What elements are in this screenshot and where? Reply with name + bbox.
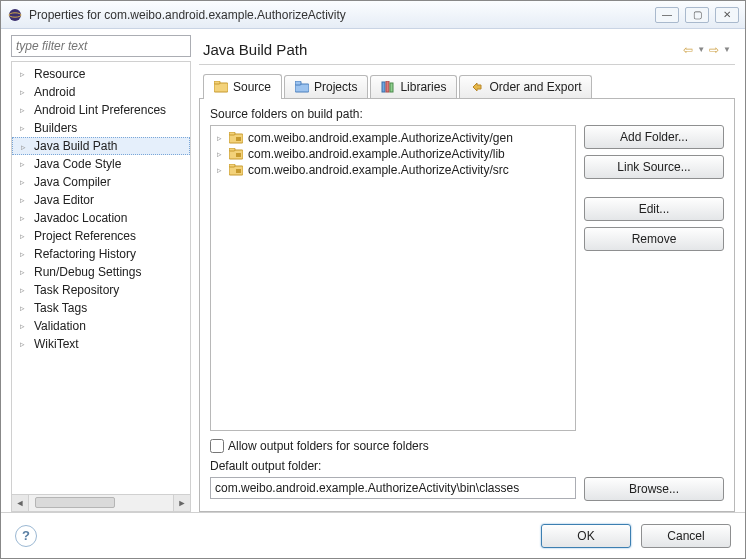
tab-label: Order and Export xyxy=(489,80,581,94)
ok-button[interactable]: OK xyxy=(541,524,631,548)
properties-dialog: Properties for com.weibo.android.example… xyxy=(0,0,746,559)
scroll-track[interactable] xyxy=(29,495,173,511)
default-output-input[interactable] xyxy=(210,477,576,499)
svg-rect-10 xyxy=(229,132,235,135)
link-source-button[interactable]: Link Source... xyxy=(584,155,724,179)
help-icon[interactable]: ? xyxy=(15,525,37,547)
tree-item[interactable]: Android Lint Preferences xyxy=(12,101,190,119)
default-output-label: Default output folder: xyxy=(210,459,724,473)
filter-input[interactable] xyxy=(11,35,191,57)
tree-item[interactable]: Run/Debug Settings xyxy=(12,263,190,281)
tree-item[interactable]: Builders xyxy=(12,119,190,137)
svg-rect-16 xyxy=(229,164,235,167)
maximize-button[interactable]: ▢ xyxy=(685,7,709,23)
close-button[interactable]: ✕ xyxy=(715,7,739,23)
tab-label: Source xyxy=(233,80,271,94)
tree-item[interactable]: Task Tags xyxy=(12,299,190,317)
tab[interactable]: Projects xyxy=(284,75,368,98)
tree-item[interactable]: Task Repository xyxy=(12,281,190,299)
tab-label: Projects xyxy=(314,80,357,94)
nav-back-icon[interactable]: ⇦ xyxy=(681,43,695,57)
source-folder-item[interactable]: com.weibo.android.example.AuthorizeActiv… xyxy=(217,162,569,178)
scroll-left-arrow[interactable]: ◄ xyxy=(12,495,29,511)
tree-item[interactable]: WikiText xyxy=(12,335,190,353)
svg-rect-8 xyxy=(390,83,393,92)
cancel-button[interactable]: Cancel xyxy=(641,524,731,548)
source-folder-label: com.weibo.android.example.AuthorizeActiv… xyxy=(248,131,513,145)
tab[interactable]: Order and Export xyxy=(459,75,592,98)
left-pane: ResourceAndroidAndroid Lint PreferencesB… xyxy=(11,35,191,512)
titlebar: Properties for com.weibo.android.example… xyxy=(1,1,745,29)
category-tree[interactable]: ResourceAndroidAndroid Lint PreferencesB… xyxy=(11,61,191,495)
browse-button[interactable]: Browse... xyxy=(584,477,724,501)
svg-rect-3 xyxy=(214,81,220,84)
source-tab-panel: Source folders on build path: com.weibo.… xyxy=(199,99,735,512)
tree-item[interactable]: Java Code Style xyxy=(12,155,190,173)
tree-item[interactable]: Java Compiler xyxy=(12,173,190,191)
tree-item[interactable]: Java Editor xyxy=(12,191,190,209)
window-controls: — ▢ ✕ xyxy=(655,7,739,23)
svg-rect-13 xyxy=(229,148,235,151)
allow-output-checkbox[interactable] xyxy=(210,439,224,453)
source-folder-item[interactable]: com.weibo.android.example.AuthorizeActiv… xyxy=(217,130,569,146)
page-title: Java Build Path xyxy=(203,41,681,58)
nav-back-drop-icon[interactable]: ▼ xyxy=(697,45,705,54)
right-pane: Java Build Path ⇦▼ ⇨▼ SourceProjectsLibr… xyxy=(199,35,735,512)
source-buttons-column: Add Folder... Link Source... Edit... Rem… xyxy=(584,125,724,431)
svg-rect-17 xyxy=(236,169,241,173)
svg-rect-7 xyxy=(386,81,389,92)
scroll-thumb[interactable] xyxy=(35,497,115,508)
source-folder-label: com.weibo.android.example.AuthorizeActiv… xyxy=(248,147,505,161)
allow-output-label: Allow output folders for source folders xyxy=(228,439,429,453)
svg-rect-6 xyxy=(382,82,385,92)
allow-output-row[interactable]: Allow output folders for source folders xyxy=(210,439,724,453)
default-output-row: Browse... xyxy=(210,477,724,501)
content-area: ResourceAndroidAndroid Lint PreferencesB… xyxy=(1,29,745,512)
eclipse-icon xyxy=(7,7,23,23)
scroll-right-arrow[interactable]: ► xyxy=(173,495,190,511)
svg-rect-11 xyxy=(236,137,241,141)
svg-rect-14 xyxy=(236,153,241,157)
add-folder-button[interactable]: Add Folder... xyxy=(584,125,724,149)
tree-item[interactable]: Project References xyxy=(12,227,190,245)
nav-forward-drop-icon[interactable]: ▼ xyxy=(723,45,731,54)
tree-item[interactable]: Resource xyxy=(12,65,190,83)
source-folder-item[interactable]: com.weibo.android.example.AuthorizeActiv… xyxy=(217,146,569,162)
source-folder-label: com.weibo.android.example.AuthorizeActiv… xyxy=(248,163,509,177)
window-title: Properties for com.weibo.android.example… xyxy=(29,8,655,22)
source-folders-list[interactable]: com.weibo.android.example.AuthorizeActiv… xyxy=(210,125,576,431)
tree-item[interactable]: Android xyxy=(12,83,190,101)
minimize-button[interactable]: — xyxy=(655,7,679,23)
nav-controls: ⇦▼ ⇨▼ xyxy=(681,43,731,57)
tab[interactable]: Libraries xyxy=(370,75,457,98)
svg-point-0 xyxy=(9,9,21,21)
remove-button[interactable]: Remove xyxy=(584,227,724,251)
dialog-footer: ? OK Cancel xyxy=(1,512,745,558)
tabs-bar: SourceProjectsLibrariesOrder and Export xyxy=(199,73,735,99)
tree-item[interactable]: Java Build Path xyxy=(12,137,190,155)
source-folders-label: Source folders on build path: xyxy=(210,107,724,121)
tree-item[interactable]: Javadoc Location xyxy=(12,209,190,227)
page-header: Java Build Path ⇦▼ ⇨▼ xyxy=(199,35,735,65)
tree-item[interactable]: Refactoring History xyxy=(12,245,190,263)
edit-button[interactable]: Edit... xyxy=(584,197,724,221)
svg-rect-5 xyxy=(295,81,301,85)
nav-forward-icon[interactable]: ⇨ xyxy=(707,43,721,57)
tab[interactable]: Source xyxy=(203,74,282,99)
dialog-body: ResourceAndroidAndroid Lint PreferencesB… xyxy=(1,29,745,558)
tree-horizontal-scrollbar[interactable]: ◄ ► xyxy=(11,495,191,512)
tree-item[interactable]: Validation xyxy=(12,317,190,335)
tab-label: Libraries xyxy=(400,80,446,94)
source-row: com.weibo.android.example.AuthorizeActiv… xyxy=(210,125,724,431)
